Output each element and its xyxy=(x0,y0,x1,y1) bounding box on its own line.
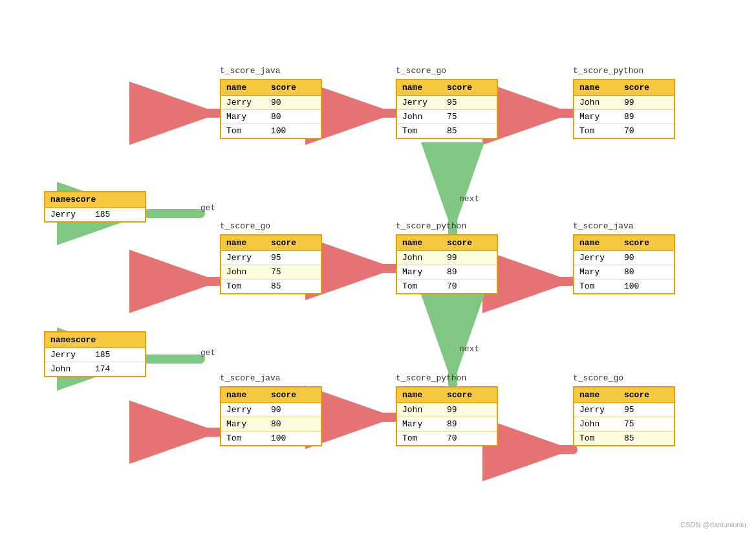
next-label-2: next xyxy=(459,344,479,354)
title-row3-python: t_score_python xyxy=(396,373,466,383)
header-row2-java: name score xyxy=(574,235,674,251)
table-row: Jerry 185 xyxy=(45,348,145,362)
table-row: Mary 80 xyxy=(574,265,674,279)
table-row: John 174 xyxy=(45,362,145,376)
table-row: Jerry 90 xyxy=(574,251,674,265)
table-row: John 99 xyxy=(397,251,497,265)
title-row1-java: t_score_java xyxy=(220,66,281,76)
header-row3-java: name score xyxy=(221,388,321,403)
header-row2-python: name score xyxy=(397,235,497,251)
table-row1-python: name score John 99 Mary 89 Tom 70 xyxy=(573,79,675,139)
table-row: Mary 89 xyxy=(574,110,674,124)
result-header-1: name score xyxy=(45,192,145,208)
table-row: Jerry 95 xyxy=(397,96,497,110)
title-row2-go: t_score_go xyxy=(220,221,270,231)
table-row: John 99 xyxy=(397,403,497,417)
title-row3-java: t_score_java xyxy=(220,373,281,383)
table-row: Tom 100 xyxy=(221,124,321,138)
get-label-1: get xyxy=(200,203,215,213)
table-row: Jerry 95 xyxy=(574,403,674,417)
table-row: Mary 89 xyxy=(397,417,497,431)
header-row1-java: name score xyxy=(221,80,321,96)
table-row2-java: name score Jerry 90 Mary 80 Tom 100 xyxy=(573,234,675,294)
header-row3-go: name score xyxy=(574,388,674,403)
table-row: Tom 85 xyxy=(221,279,321,293)
title-row1-go: t_score_go xyxy=(396,66,446,76)
table-row2-go: name score Jerry 95 John 75 Tom 85 xyxy=(220,234,322,294)
table-row: Jerry 90 xyxy=(221,403,321,417)
table-row: John 75 xyxy=(574,417,674,431)
header-row1-go: name score xyxy=(397,80,497,96)
table-row: Tom 100 xyxy=(221,431,321,445)
table-row: Mary 80 xyxy=(221,417,321,431)
header-row3-python: name score xyxy=(397,388,497,403)
table-row: Jerry 90 xyxy=(221,96,321,110)
watermark: CSDN @daniuniuniu xyxy=(680,521,746,529)
table-row: Mary 89 xyxy=(397,265,497,279)
header-row2-go: name score xyxy=(221,235,321,251)
table-row: John 75 xyxy=(221,265,321,279)
table-row: John 75 xyxy=(397,110,497,124)
table-row: Jerry 95 xyxy=(221,251,321,265)
result-table-2: name score Jerry 185 John 174 xyxy=(44,331,146,377)
table-row3-java: name score Jerry 90 Mary 80 Tom 100 xyxy=(220,386,322,446)
next-label-1: next xyxy=(459,194,479,204)
result-table-1: name score Jerry 185 xyxy=(44,191,146,223)
table-row3-go: name score Jerry 95 John 75 Tom 85 xyxy=(573,386,675,446)
title-row2-java: t_score_java xyxy=(573,221,634,231)
get-label-2: get xyxy=(200,348,215,358)
table-row: Mary 80 xyxy=(221,110,321,124)
result-header-2: name score xyxy=(45,333,145,348)
table-row: Tom 85 xyxy=(397,124,497,138)
table-row3-python: name score John 99 Mary 89 Tom 70 xyxy=(396,386,498,446)
header-row1-python: name score xyxy=(574,80,674,96)
table-row1-go: name score Jerry 95 John 75 Tom 85 xyxy=(396,79,498,139)
table-row: Tom 70 xyxy=(397,431,497,445)
title-row3-go: t_score_go xyxy=(573,373,623,383)
table-row: Tom 100 xyxy=(574,279,674,293)
title-row2-python: t_score_python xyxy=(396,221,466,231)
title-row1-python: t_score_python xyxy=(573,66,643,76)
table-row: Tom 70 xyxy=(574,124,674,138)
table-row: John 99 xyxy=(574,96,674,110)
table-row: Tom 70 xyxy=(397,279,497,293)
table-row: Tom 85 xyxy=(574,431,674,445)
table-row2-python: name score John 99 Mary 89 Tom 70 xyxy=(396,234,498,294)
table-row: Jerry 185 xyxy=(45,208,145,221)
table-row1-java: name score Jerry 90 Mary 80 Tom 100 xyxy=(220,79,322,139)
